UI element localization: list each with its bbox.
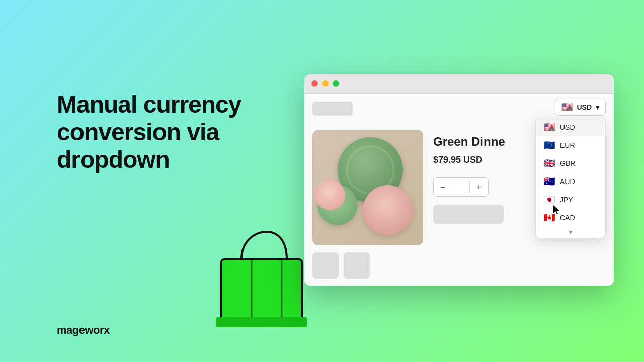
flag-aud: 🇦🇺 [544,177,555,186]
selected-flag: 🇺🇸 [561,103,573,112]
nav-placeholder [312,102,353,116]
thumbnail-2[interactable] [344,252,370,279]
quantity-decrease-button[interactable]: − [434,178,452,196]
currency-option-usd[interactable]: 🇺🇸 USD [536,118,605,136]
selected-currency-code: USD [577,103,592,111]
currency-option-aud[interactable]: 🇦🇺 AUD [536,172,605,191]
svg-rect-3 [216,317,307,327]
currency-label-gbr: GBR [560,159,575,167]
currency-option-jpy[interactable]: 🇯🇵 JPY [536,191,605,209]
flag-jpy: 🇯🇵 [544,195,555,204]
currency-selector[interactable]: 🇺🇸 USD ▾ 🇺🇸 USD 🇪🇺 EUR 🇬🇧 GBR [555,99,606,116]
plate-decorative-2 [363,185,413,235]
flag-cad: 🇨🇦 [544,213,555,222]
add-to-cart-placeholder [433,205,504,224]
browser-titlebar [304,74,614,94]
currency-label-eur: EUR [560,141,575,149]
flag-usd: 🇺🇸 [544,123,555,132]
browser-window: 🇺🇸 USD ▾ 🇺🇸 USD 🇪🇺 EUR 🇬🇧 GBR [304,74,614,286]
product-thumbnails [312,252,370,279]
dropdown-arrow-icon: ▾ [596,103,599,111]
currency-label-cad: CAD [560,214,575,222]
currency-option-cad[interactable]: 🇨🇦 CAD [536,209,605,227]
browser-content: 🇺🇸 USD ▾ 🇺🇸 USD 🇪🇺 EUR 🇬🇧 GBR [304,94,614,286]
dropdown-more-icon: ▾ [536,227,605,238]
currency-label-aud: AUD [560,177,575,186]
thumbnail-1[interactable] [312,252,339,279]
currency-dropdown[interactable]: 🇺🇸 USD 🇪🇺 EUR 🇬🇧 GBR 🇦🇺 AUD 🇯🇵 [535,118,606,238]
product-image-canvas [312,130,423,245]
traffic-dot-green [333,80,339,87]
traffic-dot-red [311,80,318,87]
svg-rect-0 [221,259,302,325]
flag-gbr: 🇬🇧 [544,159,555,168]
plate-decorative-4 [315,180,345,210]
qty-divider [452,181,452,193]
product-image [312,130,423,245]
currency-button[interactable]: 🇺🇸 USD ▾ [555,99,606,116]
currency-option-gbr[interactable]: 🇬🇧 GBR [536,154,605,172]
flag-eur: 🇪🇺 [544,141,555,150]
currency-option-eur[interactable]: 🇪🇺 EUR [536,136,605,154]
currency-label-usd: USD [560,123,575,131]
quantity-control[interactable]: − + [433,177,489,197]
currency-label-jpy: JPY [560,196,573,204]
quantity-increase-button[interactable]: + [470,178,488,196]
left-content: Manual currency conversion via dropdown [57,90,248,174]
main-title: Manual currency conversion via dropdown [57,90,248,174]
traffic-dot-yellow [322,80,329,87]
brand-logo: mageworx [57,324,110,337]
